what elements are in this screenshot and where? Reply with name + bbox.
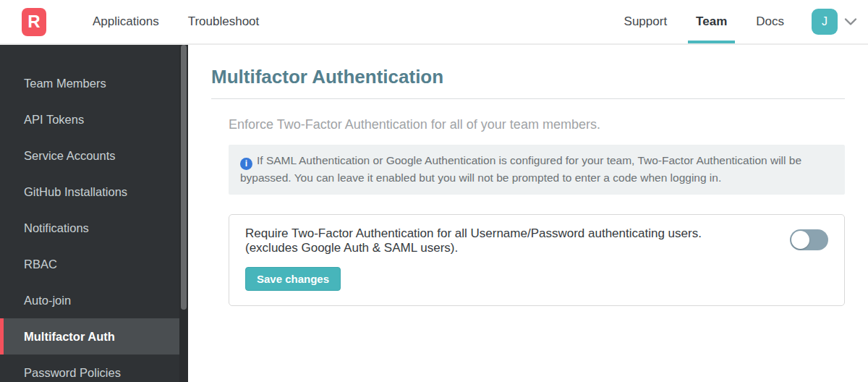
sidebar-item-password-policies[interactable]: Password Policies — [0, 355, 188, 382]
info-icon: i — [240, 158, 252, 170]
settings-sidebar: Team MembersAPI TokensService AccountsGi… — [0, 45, 188, 382]
nav-link-troubleshoot[interactable]: Troubleshoot — [188, 0, 260, 43]
mfa-section: Enforce Two-Factor Authentication for al… — [229, 117, 845, 306]
mfa-setting-left: Require Two-Factor Authentication for al… — [245, 226, 702, 292]
navbar-left-links: ApplicationsTroubleshoot — [78, 0, 273, 43]
sidebar-scrollbar-track[interactable] — [179, 45, 188, 382]
sidebar-scrollbar-thumb[interactable] — [181, 45, 187, 310]
nav-link-team[interactable]: Team — [696, 0, 727, 43]
user-menu: J — [812, 9, 858, 35]
mfa-setting-label-line1: Require Two-Factor Authentication for al… — [245, 226, 702, 240]
info-note-text: If SAML Authentication or Google Authent… — [240, 154, 801, 184]
user-avatar[interactable]: J — [812, 9, 838, 35]
navbar-right-links: SupportTeamDocs — [610, 0, 799, 43]
mfa-setting-label-line2: (excludes Google Auth & SAML users). — [245, 241, 458, 255]
page-title: Multifactor Authentication — [211, 65, 845, 88]
nav-link-support[interactable]: Support — [624, 0, 668, 43]
mfa-setting-label: Require Two-Factor Authentication for al… — [245, 226, 702, 256]
sidebar-item-api-tokens[interactable]: API Tokens — [0, 101, 188, 137]
sidebar-item-multifactor-auth[interactable]: Multifactor Auth — [0, 318, 188, 355]
main-content: Multifactor Authentication Enforce Two-F… — [188, 45, 868, 382]
sidebar-item-rbac[interactable]: RBAC — [0, 246, 188, 282]
sidebar-item-notifications[interactable]: Notifications — [0, 210, 188, 246]
mfa-toggle-switch[interactable] — [790, 229, 828, 250]
chevron-down-icon[interactable] — [843, 17, 858, 26]
section-description: Enforce Two-Factor Authentication for al… — [229, 117, 845, 132]
top-navbar: R ApplicationsTroubleshoot SupportTeamDo… — [0, 0, 868, 45]
sidebar-item-service-accounts[interactable]: Service Accounts — [0, 137, 188, 174]
sidebar-item-github-installations[interactable]: GitHub Installations — [0, 174, 188, 210]
save-changes-button[interactable]: Save changes — [245, 267, 341, 291]
sidebar-item-team-members[interactable]: Team Members — [0, 65, 188, 101]
title-divider — [211, 98, 845, 99]
rollbar-logo-icon[interactable]: R — [22, 8, 46, 36]
info-note: iIf SAML Authentication or Google Authen… — [229, 145, 845, 195]
nav-link-applications[interactable]: Applications — [93, 0, 159, 43]
mfa-setting-card: Require Two-Factor Authentication for al… — [229, 214, 845, 307]
nav-link-docs[interactable]: Docs — [756, 0, 784, 43]
sidebar-item-auto-join[interactable]: Auto-join — [0, 282, 188, 318]
sidebar-items: Team MembersAPI TokensService AccountsGi… — [0, 65, 188, 382]
toggle-knob — [791, 231, 809, 249]
